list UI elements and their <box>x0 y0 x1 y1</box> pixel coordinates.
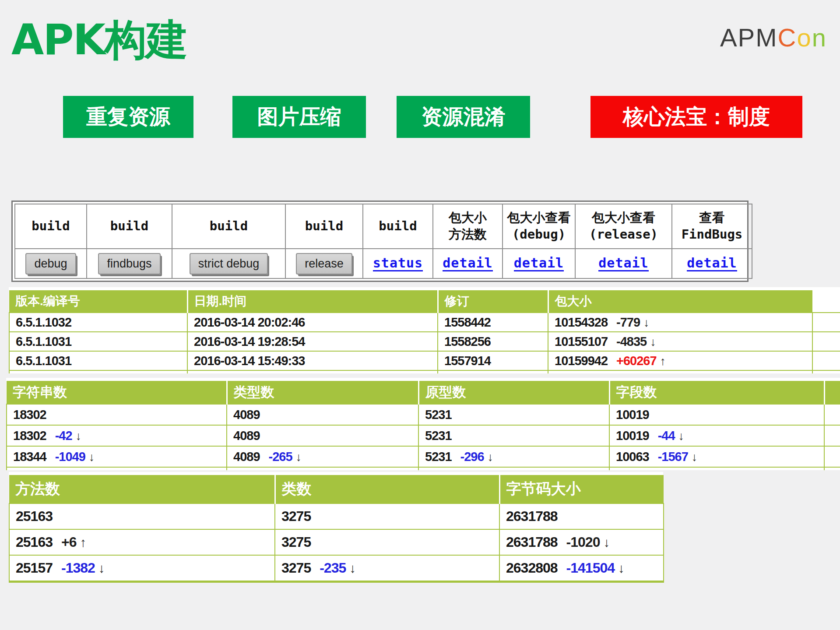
view-findbugs-header: 查看FindBugs <box>672 204 752 249</box>
datetime-header: 日期.时间 <box>187 290 438 313</box>
page-title: APK构建 <box>11 12 187 69</box>
type-count-header: 类型数 <box>227 381 418 404</box>
string-count-header: 字符串数 <box>7 381 227 404</box>
pkg-size-method-count-header: 包大小方法数 <box>433 204 503 249</box>
revision-cell: 1557914 <box>438 351 548 370</box>
stat-cell: 3275-235↓ <box>275 555 499 582</box>
build-col-header: build <box>172 204 285 249</box>
slide: APK构建 APMCon 重复资源 图片压缩 资源混淆 核心法宝：制度 buil… <box>0 0 840 630</box>
pkg-size-cell: 10154328-779↓ <box>548 313 812 332</box>
status-link[interactable]: status <box>373 256 423 271</box>
detail-link-size-release[interactable]: detail <box>598 256 648 271</box>
spacer-header <box>812 290 840 313</box>
stat-cell: 5231 <box>418 425 609 446</box>
datetime-cell: 2016-03-14 20:02:46 <box>187 313 438 332</box>
revision-cell: 1558442 <box>438 313 548 332</box>
stat-cell: 2631788 <box>499 503 664 529</box>
revision-header: 修订 <box>438 290 548 313</box>
findbugs-build-button[interactable]: findbugs <box>98 253 160 275</box>
stat-cell: 4089 <box>227 425 418 446</box>
stat-cell: 3275 <box>275 503 499 529</box>
table-row: 6.5.1.1032 2016-03-14 20:02:46 1558442 1… <box>9 313 840 332</box>
bytecode-size-header: 字节码大小 <box>499 475 664 503</box>
stat-cell: 3275 <box>275 529 499 555</box>
stat-cell: 10019 <box>609 404 824 425</box>
version-cell: 6.5.1.1032 <box>9 313 187 332</box>
stat-cell: 25163 <box>9 503 275 529</box>
version-table-header-row: 版本.编译号 日期.时间 修订 包大小 <box>9 290 840 313</box>
build-col-header: build <box>285 204 363 249</box>
spacer-cell <box>824 446 840 467</box>
datetime-cell: 2016-03-14 15:49:33 <box>187 351 438 370</box>
table-row: 25163 3275 2631788 <box>9 503 664 529</box>
revision-cell: 1558256 <box>438 332 548 351</box>
spacer-cell <box>812 332 840 351</box>
table-row: 18344-1049↓ 4089-265↓ 5231-296↓ 10063-15… <box>7 446 840 467</box>
build-col-header: build <box>363 204 433 249</box>
empty-row <box>9 370 840 373</box>
pkg-size-debug-header: 包大小查看(debug) <box>503 204 575 249</box>
method-stats-table: 方法数 类数 字节码大小 25163 3275 2631788 25163+6↑… <box>9 472 663 583</box>
debug-build-button[interactable]: debug <box>25 253 76 275</box>
version-header: 版本.编译号 <box>9 290 187 313</box>
apmcon-logo: APMCon <box>720 23 827 52</box>
build-header-row: build build build build build 包大小方法数 包大小… <box>15 204 752 249</box>
build-col-header: build <box>15 204 87 249</box>
detail-link-findbugs[interactable]: detail <box>687 256 737 271</box>
datetime-cell: 2016-03-14 19:28:54 <box>187 332 438 351</box>
table-row: 6.5.1.1031 2016-03-14 15:49:33 1557914 1… <box>9 351 840 370</box>
badge-image-compression: 图片压缩 <box>232 96 366 138</box>
version-table: 版本.编译号 日期.时间 修订 包大小 6.5.1.1032 2016-03-1… <box>9 287 840 373</box>
badge-core-rule: 核心法宝：制度 <box>590 96 802 138</box>
field-count-header: 字段数 <box>609 381 824 404</box>
release-build-button[interactable]: release <box>296 253 352 275</box>
dex-stats-table: 字符串数 类型数 原型数 字段数 18302 4089 5231 10019 1… <box>6 378 840 470</box>
trend-arrow: ↓ <box>650 335 656 348</box>
logo-apm-text: APM <box>720 23 778 52</box>
detail-link-method-count[interactable]: detail <box>443 256 492 271</box>
table-row: 25157-1382↓ 3275-235↓ 2632808-141504↓ <box>9 555 664 582</box>
trend-arrow: ↑ <box>660 355 666 368</box>
class-count-header: 类数 <box>275 475 499 503</box>
stat-cell: 2632808-141504↓ <box>499 555 664 582</box>
detail-link-size-debug[interactable]: detail <box>514 256 564 271</box>
stat-cell: 25157-1382↓ <box>9 555 275 582</box>
stat-cell: 10063-1567↓ <box>609 446 824 467</box>
spacer-cell <box>812 351 840 370</box>
build-col-header: build <box>87 204 172 249</box>
trend-arrow: ↓ <box>643 316 649 329</box>
stat-cell: 5231-296↓ <box>418 446 609 467</box>
spacer-cell <box>824 425 840 446</box>
method-count-header: 方法数 <box>9 475 275 503</box>
pkg-size-header: 包大小 <box>548 290 812 313</box>
build-action-row: debug findbugs strict debug release stat… <box>15 249 752 278</box>
stat-cell: 18302-42↓ <box>7 425 227 446</box>
badge-duplicate-resources: 重复资源 <box>63 96 193 138</box>
spacer-cell <box>812 313 840 332</box>
spacer-header <box>824 381 840 404</box>
logo-letter-c: C <box>778 23 797 52</box>
pkg-size-release-header: 包大小查看(release) <box>575 204 672 249</box>
version-cell: 6.5.1.1031 <box>9 351 187 370</box>
dex-table-header-row: 字符串数 类型数 原型数 字段数 <box>7 381 840 404</box>
table-row: 6.5.1.1031 2016-03-14 19:28:54 1558256 1… <box>9 332 840 351</box>
stat-cell: 2631788-1020↓ <box>499 529 664 555</box>
version-cell: 6.5.1.1031 <box>9 332 187 351</box>
stat-cell: 18302 <box>7 404 227 425</box>
stat-cell: 25163+6↑ <box>9 529 275 555</box>
empty-row <box>7 467 840 470</box>
badge-resource-obfuscation: 资源混淆 <box>397 96 530 138</box>
strict-debug-build-button[interactable]: strict debug <box>190 253 268 275</box>
spacer-cell <box>824 404 840 425</box>
logo-letter-n: n <box>812 23 827 52</box>
stat-cell: 18344-1049↓ <box>7 446 227 467</box>
build-table: build build build build build 包大小方法数 包大小… <box>11 201 749 282</box>
pkg-size-cell: 10159942+60267↑ <box>548 351 812 370</box>
table-row: 18302-42↓ 4089 5231 10019-44↓ <box>7 425 840 446</box>
stat-cell: 10019-44↓ <box>609 425 824 446</box>
proto-count-header: 原型数 <box>418 381 609 404</box>
stat-cell: 4089 <box>227 404 418 425</box>
pkg-size-cell: 10155107-4835↓ <box>548 332 812 351</box>
method-table-header-row: 方法数 类数 字节码大小 <box>9 475 664 503</box>
stat-cell: 5231 <box>418 404 609 425</box>
